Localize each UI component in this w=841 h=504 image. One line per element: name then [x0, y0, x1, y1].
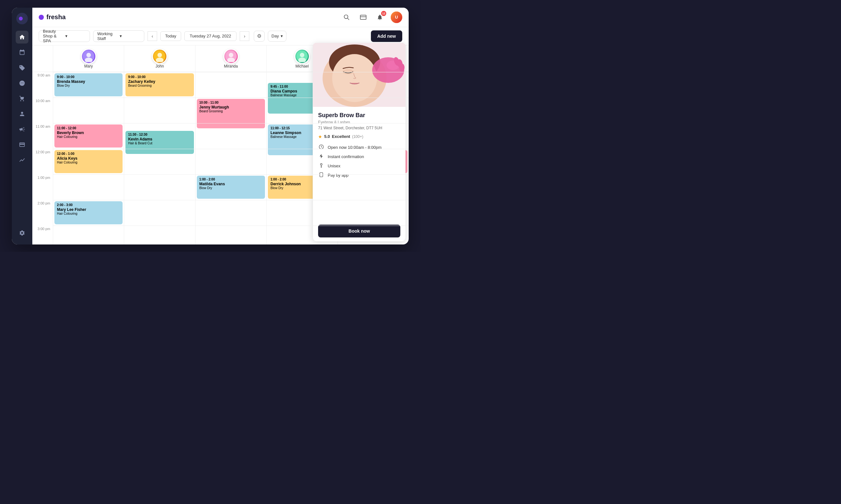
confirmation-text: Instant confirmation — [328, 154, 364, 159]
panel-address: 71 West Street, Dorchester, DT7 5UH — [318, 126, 400, 130]
side-panel: Superb Brow Bar Eyebrow & Lashes 71 West… — [312, 43, 406, 241]
svg-point-5 — [86, 53, 91, 57]
time-labels: 9:00 am 10:00 am 11:00 am 12:00 pm 1:00 … — [32, 72, 53, 245]
staff-name-miranda: Miranda — [224, 64, 238, 69]
feature-confirmation: Instant confirmation — [318, 154, 400, 160]
star-icon: ★ — [318, 134, 322, 139]
svg-point-23 — [342, 69, 354, 74]
avatar-michael — [294, 49, 310, 64]
panel-title: Superb Brow Bar — [318, 112, 400, 119]
view-label: Day — [271, 34, 279, 38]
panel-rating: ★ 5.0 Excellent (100+) — [318, 134, 400, 139]
avatar-john — [152, 49, 167, 64]
panel-features: Open now 10:00am - 8:00pm Instant confir… — [318, 144, 400, 178]
sidebar-item-clients[interactable] — [16, 108, 29, 120]
time-label-1: 1:00 pm — [32, 175, 53, 200]
location-chevron: ▾ — [65, 34, 86, 38]
avatar-mary — [81, 49, 96, 64]
logo-text: fresha — [47, 14, 66, 21]
wallet-button[interactable] — [357, 12, 369, 23]
sidebar-item-home[interactable] — [16, 31, 29, 43]
sidebar-item-marketing[interactable] — [16, 123, 29, 136]
svg-point-30 — [320, 163, 322, 165]
header-actions: 12 U — [341, 12, 402, 23]
time-label-10: 10:00 am — [32, 97, 53, 123]
sidebar-logo — [16, 13, 28, 24]
appt-alicia-keys[interactable]: 12:00 - 1:00 Alicia Keys Hair Colouring — [54, 150, 123, 173]
view-dropdown[interactable]: Day ▾ — [268, 31, 286, 41]
unisex-text: Unisex — [328, 163, 340, 168]
staff-dropdown[interactable]: Working Staff ▾ — [93, 31, 144, 42]
sidebar-item-products[interactable] — [16, 92, 29, 105]
appt-kevin-adams[interactable]: 11:30 - 12:30 Kevin Adams Hair & Beard C… — [125, 131, 194, 154]
search-button[interactable] — [341, 12, 352, 23]
svg-rect-31 — [320, 173, 323, 177]
bolt-icon — [318, 154, 324, 160]
feature-payment: Pay by app — [318, 172, 400, 178]
feature-unisex: Unisex — [318, 163, 400, 169]
appt-mary-lee-fisher[interactable]: 2:00 - 3:00 Mary Lee Fisher Hair Colouri… — [54, 201, 123, 224]
time-label-11: 11:00 am — [32, 123, 53, 149]
view-chevron: ▾ — [281, 34, 283, 38]
svg-rect-3 — [360, 15, 366, 19]
next-button[interactable]: › — [240, 31, 249, 41]
staff-name-mary: Mary — [84, 64, 93, 69]
today-button[interactable]: Today — [160, 31, 181, 41]
sidebar-item-settings[interactable] — [16, 227, 29, 239]
appt-zachary-kelley[interactable]: 9:00 - 10:00 Zachary Kelley Beard Groomi… — [125, 73, 194, 96]
staff-col-miranda: Miranda — [195, 46, 266, 72]
staff-col-john: John — [124, 46, 195, 72]
location-dropdown[interactable]: Beauty Shop & SPA ▾ — [39, 31, 90, 42]
date-display: Tuesday 27 Aug, 2022 — [184, 31, 237, 41]
sidebar-item-tag[interactable] — [16, 61, 29, 74]
time-label-3: 3:00 pm — [32, 226, 53, 245]
sidebar — [12, 8, 32, 245]
app-container: fresha 12 U Beauty Shop — [12, 8, 409, 245]
staff-chevron: ▾ — [120, 34, 140, 38]
calendar-settings-button[interactable]: ⚙ — [254, 31, 265, 41]
appt-matilda-evans[interactable]: 1:00 - 2:00 Matilda Evans Blow Dry — [197, 176, 265, 199]
prev-button[interactable]: ‹ — [147, 31, 157, 41]
clock-icon — [318, 144, 324, 150]
payment-text: Pay by app — [328, 173, 348, 178]
add-new-button[interactable]: Add new — [371, 31, 402, 42]
staff-name-michael: Michael — [296, 64, 308, 69]
logo-dot — [39, 15, 44, 20]
sidebar-item-reports[interactable] — [16, 154, 29, 166]
time-gutter-header — [32, 46, 53, 72]
avatar-miranda — [223, 49, 239, 64]
svg-point-14 — [300, 53, 304, 57]
appt-beverly-brown[interactable]: 11:00 - 12:00 Beverly Brown Hair Colouri… — [54, 125, 123, 147]
location-label: Beauty Shop & SPA — [43, 29, 64, 43]
staff-label: Working Staff — [97, 31, 118, 41]
unisex-icon — [318, 163, 324, 169]
panel-image — [313, 43, 406, 107]
svg-point-1 — [19, 17, 23, 20]
rating-count: (100+) — [352, 134, 363, 139]
appt-jenny-murtaugh[interactable]: 10:00 - 11:00 Jenny Murtaugh Beard Groom… — [197, 99, 265, 128]
payment-icon — [318, 172, 324, 178]
staff-col-mary: Mary — [53, 46, 124, 72]
sidebar-item-calendar[interactable] — [16, 46, 29, 59]
time-label-12: 12:00 pm — [32, 149, 53, 175]
appt-brenda-massey[interactable]: 9:00 - 10:00 Brenda Massey Blow Dry — [54, 73, 123, 96]
time-label-9: 9:00 am — [32, 72, 53, 97]
top-header: fresha 12 U — [32, 8, 409, 27]
rating-label: Excellent — [332, 134, 350, 139]
rating-value: 5.0 — [324, 134, 330, 139]
svg-point-22 — [332, 54, 377, 102]
notification-button[interactable]: 12 — [374, 12, 386, 23]
panel-content: Superb Brow Bar Eyebrow & Lashes 71 West… — [313, 107, 406, 221]
sidebar-item-payments[interactable] — [16, 138, 29, 151]
notification-badge: 12 — [381, 11, 386, 16]
book-now-button[interactable]: Book now — [318, 224, 400, 237]
logo-area: fresha — [39, 14, 66, 21]
time-label-2: 2:00 pm — [32, 200, 53, 226]
sidebar-item-reviews[interactable] — [16, 77, 29, 90]
svg-point-8 — [158, 53, 162, 57]
feature-hours: Open now 10:00am - 8:00pm — [318, 144, 400, 150]
staff-name-john: John — [156, 64, 164, 69]
panel-subtitle: Eyebrow & Lashes — [318, 120, 400, 125]
svg-point-11 — [229, 53, 233, 57]
user-avatar[interactable]: U — [391, 12, 402, 23]
